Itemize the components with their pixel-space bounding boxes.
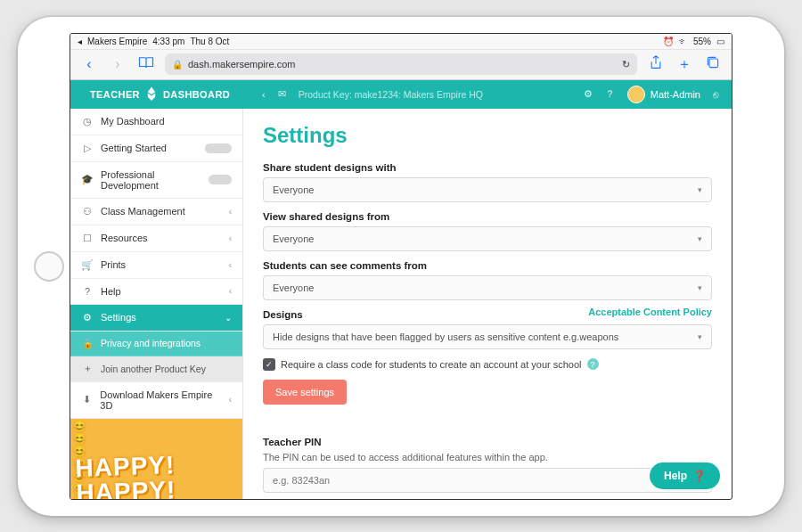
- save-settings-button[interactable]: Save settings: [263, 380, 347, 405]
- download-icon: ⬇: [81, 394, 93, 405]
- people-icon: ⚇: [81, 206, 94, 217]
- policy-link[interactable]: Acceptable Content Policy: [588, 307, 712, 317]
- select-value: Everyone: [273, 184, 314, 195]
- sidebar-item-label: Class Management: [101, 206, 185, 217]
- help-fab[interactable]: Help ❓: [650, 462, 720, 489]
- lock-icon: 🔒: [81, 338, 94, 349]
- sidebar-item-pd[interactable]: 🎓Professional Development: [70, 162, 242, 199]
- user-name: Matt-Admin: [651, 89, 700, 100]
- back-caret-icon: ◂: [78, 37, 82, 46]
- chevron-left-icon: ‹: [229, 395, 232, 405]
- chevron-left-icon: ‹: [229, 233, 232, 243]
- sidebar-item-download[interactable]: ⬇Download Makers Empire 3D‹: [70, 382, 242, 419]
- brand-left: TEACHER: [90, 89, 140, 100]
- sidebar-item-label: Getting Started: [101, 143, 167, 153]
- pin-label: Teacher PIN: [263, 437, 712, 447]
- status-app-name: Makers Empire: [87, 37, 147, 46]
- select-value: Everyone: [273, 282, 314, 293]
- dashboard-icon: ◷: [81, 116, 94, 127]
- share-label: Share student designs with: [263, 162, 712, 173]
- sidebar-item-label: Privacy and integrations: [101, 338, 200, 348]
- wifi-icon: ᯤ: [679, 37, 688, 46]
- main-content: Settings Share student designs with Ever…: [243, 109, 732, 499]
- sidebar-item-resources[interactable]: ☐Resources‹: [70, 225, 242, 252]
- status-battery: 55%: [693, 37, 711, 46]
- product-key-text: Product Key: make1234: Makers Empire HQ: [299, 89, 571, 100]
- browser-toolbar: ‹ › 🔒 dash.makersempire.com ↻ ＋: [70, 50, 732, 80]
- status-date: Thu 8 Oct: [190, 37, 229, 46]
- select-value: Hide designs that have been flagged by u…: [273, 331, 618, 342]
- help-tooltip-icon[interactable]: ?: [587, 358, 599, 370]
- share-button[interactable]: [646, 55, 666, 73]
- designs-select[interactable]: Hide designs that have been flagged by u…: [263, 324, 712, 349]
- bookmarks-button[interactable]: [136, 55, 156, 73]
- sidebar-item-dashboard[interactable]: ◷My Dashboard: [70, 109, 242, 135]
- chevron-left-icon: ‹: [229, 207, 232, 217]
- gear-icon[interactable]: ⚙: [584, 88, 593, 100]
- sidebar-item-settings[interactable]: ⚙Settings⌄: [70, 305, 242, 331]
- checkbox-label: Require a class code for students to cre…: [281, 359, 582, 370]
- ipad-status-bar: ◂ Makers Empire 4:33 pm Thu 8 Oct ⏰ ᯤ 55…: [70, 34, 732, 50]
- sidebar-item-prints[interactable]: 🛒Prints‹: [70, 252, 242, 279]
- comments-select[interactable]: Everyone: [263, 275, 712, 300]
- brand-logo[interactable]: TEACHER DASHBOARD: [70, 80, 250, 109]
- sidebar-sub-join-key[interactable]: ＋Join another Product Key: [70, 356, 242, 382]
- sidebar-item-label: Settings: [101, 312, 136, 323]
- battery-icon: ▭: [716, 37, 724, 46]
- sidebar-item-label: Help: [101, 286, 121, 297]
- designs-label: Designs: [263, 309, 303, 320]
- select-value: Everyone: [273, 233, 314, 244]
- view-label: View shared designs from: [263, 211, 712, 222]
- sidebar-item-getting-started[interactable]: ▷Getting Started: [70, 135, 242, 162]
- progress-pill: [209, 175, 232, 184]
- logout-icon[interactable]: ⎋: [713, 89, 719, 100]
- user-menu[interactable]: Matt-Admin: [627, 86, 700, 103]
- pin-input[interactable]: [263, 468, 712, 493]
- button-label: Save settings: [275, 387, 334, 397]
- sidebar-item-class[interactable]: ⚇Class Management‹: [70, 199, 242, 225]
- svg-rect-0: [709, 59, 718, 68]
- play-icon: ▷: [81, 143, 94, 154]
- collapse-sidebar-icon[interactable]: ‹: [262, 89, 266, 100]
- chevron-left-icon: ‹: [229, 260, 232, 270]
- grad-cap-icon: 🎓: [81, 174, 94, 185]
- sidebar-item-label: Join another Product Key: [101, 364, 206, 374]
- sidebar-item-label: Professional Development: [101, 169, 201, 191]
- help-icon[interactable]: ？: [605, 87, 615, 101]
- sidebar-item-label: Resources: [101, 233, 148, 243]
- sidebar-sub-privacy[interactable]: 🔒Privacy and integrations: [70, 331, 242, 356]
- brand-right: DASHBOARD: [163, 89, 230, 100]
- reload-icon[interactable]: ↻: [622, 59, 630, 70]
- browser-back-button[interactable]: ‹: [79, 56, 99, 72]
- share-select[interactable]: Everyone: [263, 177, 712, 202]
- url-text: dash.makersempire.com: [188, 59, 295, 70]
- view-select[interactable]: Everyone: [263, 226, 712, 251]
- sidebar-item-label: Download Makers Empire 3D: [100, 389, 221, 411]
- sidebar: ◷My Dashboard ▷Getting Started 🎓Professi…: [70, 109, 243, 499]
- home-button[interactable]: [34, 251, 64, 282]
- pin-help-text: The PIN can be used to access additional…: [263, 452, 712, 462]
- sidebar-item-help[interactable]: ?Help‹: [70, 279, 242, 305]
- status-time: 4:33 pm: [152, 37, 184, 46]
- gear-icon: ⚙: [81, 312, 94, 323]
- page-title: Settings: [263, 123, 712, 148]
- fab-label: Help: [664, 470, 687, 482]
- question-icon: ?: [81, 286, 94, 297]
- browser-forward-button[interactable]: ›: [108, 56, 127, 72]
- class-code-checkbox[interactable]: ✓: [263, 358, 275, 371]
- app-header: TEACHER DASHBOARD ‹ ✉ Product Key: make1…: [70, 80, 732, 109]
- comments-label: Students can see comments from: [263, 260, 712, 271]
- address-bar[interactable]: 🔒 dash.makersempire.com ↻: [165, 53, 637, 75]
- sidebar-item-label: Prints: [101, 259, 126, 270]
- new-tab-button[interactable]: ＋: [675, 55, 694, 74]
- tabs-button[interactable]: [703, 55, 723, 73]
- lock-icon: 🔒: [172, 60, 183, 70]
- chevron-down-icon: ⌄: [225, 313, 232, 323]
- alarm-icon: ⏰: [663, 37, 674, 46]
- avatar: [627, 86, 645, 103]
- question-icon: ❓: [692, 470, 706, 482]
- promo-text: HAPPY!HAPPY!: [75, 453, 176, 499]
- promo-banner[interactable]: 😊😊😊😊😊😊😊😊😊😊😊😊😊😊😊😊😊😊😊😊😊😊😊😊😊😊😊😊😊😊😊😊😊😊😊😊😊😊😊😊…: [70, 419, 242, 499]
- chevron-left-icon: ‹: [229, 286, 232, 296]
- mail-icon[interactable]: ✉: [278, 88, 286, 100]
